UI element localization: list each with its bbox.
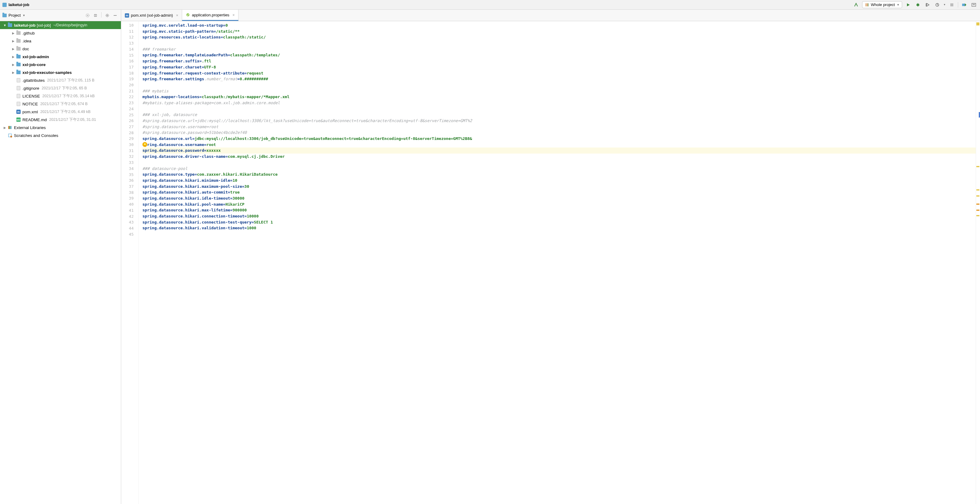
code-line[interactable]: spring.datasource.username=root [142,142,976,148]
code-line[interactable]: spring.mvc.servlet.load-on-startup=0 [142,22,976,29]
code-line[interactable]: spring.datasource.hikari.pool-name=Hikar… [142,202,976,207]
arrow-right-icon[interactable]: ▶ [11,47,16,51]
code-line[interactable]: ### datasource-pool [142,166,976,172]
marker-weak-warning[interactable] [976,204,979,205]
intention-bulb-icon[interactable] [142,142,147,147]
code-line[interactable]: spring.resources.static-locations=classp… [142,34,976,40]
marker-warning[interactable] [976,189,979,191]
marker-warning[interactable] [976,196,979,197]
code-line[interactable]: #spring.datasource.url=jdbc:mysql://loca… [142,118,976,124]
code-line[interactable]: spring.freemarker.templateLoaderPath=cla… [142,52,976,58]
code-line[interactable]: ### freemarker [142,46,976,52]
marker-strip[interactable] [976,21,980,504]
code-line[interactable] [142,82,976,88]
code-line[interactable]: spring.freemarker.charset=UTF-8 [142,64,976,70]
code-line[interactable]: ### xxl-job, datasource [142,112,976,118]
code-line[interactable] [142,40,976,46]
code-line[interactable] [142,160,976,166]
file-icon [17,94,20,98]
project-tree[interactable]: ▼ laiketui-job [xxl-job] ~/Desktop/beiji… [0,21,121,504]
marker-change[interactable] [979,112,980,118]
tree-node-meta: 2021/12/17 下午2:05, 65 B [42,86,87,91]
tree-row[interactable]: ▶doc [0,45,121,53]
tree-row[interactable]: mpom.xml2021/12/17 下午2:05, 4.49 kB [0,108,121,116]
code-line[interactable]: spring.datasource.hikari.validation-time… [142,225,976,231]
external-libraries[interactable]: ▶ External Libraries [0,124,121,132]
tree-row[interactable]: ▶xxl-job-executor-samples [0,68,121,76]
arrow-right-icon[interactable]: ▶ [2,126,7,129]
settings-gear-icon[interactable] [104,12,111,19]
arrow-right-icon[interactable]: ▶ [11,63,16,66]
chevron-down-small-icon[interactable]: ▼ [943,3,946,6]
code-line[interactable]: spring.freemarker.suffix=.ftl [142,58,976,64]
debug-button[interactable] [914,1,921,8]
code-line[interactable]: spring.mvc.static-path-pattern=/static/*… [142,29,976,35]
build-icon[interactable] [853,1,860,8]
code-line[interactable]: spring.datasource.driver-class-name=com.… [142,154,976,160]
tree-row[interactable]: .gitattributes2021/12/17 下午2:05, 115 B [0,76,121,84]
tree-node-label: LICENSE [22,94,40,99]
code-line[interactable]: #spring.datasource.password=51bbec4bcde2… [142,130,976,136]
arrow-right-icon[interactable]: ▶ [11,40,16,43]
marker-warning[interactable] [976,166,979,167]
arrow-right-icon[interactable]: ▶ [11,71,16,74]
scratches-consoles[interactable]: Scratches and Consoles [0,132,121,139]
arrow-down-icon[interactable]: ▼ [2,24,7,27]
tree-row[interactable]: ▶.idea [0,37,121,45]
editor-tab[interactable]: mpom.xml (xxl-job-admin)× [121,10,182,21]
code-line[interactable] [142,106,976,112]
code-line[interactable]: #spring.datasource.username=root [142,124,976,130]
profile-button[interactable] [934,1,941,8]
file-icon [17,86,20,90]
tree-root-branch: [xxl-job] [37,23,51,27]
code-line[interactable]: spring.freemarker.settings.number_format… [142,76,976,82]
arrow-right-icon[interactable]: ▶ [11,32,16,35]
sidebar-title[interactable]: Project ▼ [2,13,84,17]
close-icon[interactable]: × [176,13,178,17]
code-line[interactable]: spring.datasource.hikari.connection-test… [142,219,976,225]
svg-point-12 [10,136,12,138]
tree-row[interactable]: ▶.github [0,29,121,37]
coverage-button[interactable] [924,1,931,8]
search-everywhere-icon[interactable] [970,1,978,8]
code-line[interactable]: spring.datasource.url=jdbc:mysql://local… [142,136,976,142]
code-editor[interactable]: 1011121314151617181920212223242526272829… [121,21,980,504]
code-line[interactable]: spring.datasource.hikari.minimum-idle=10 [142,178,976,184]
run-button[interactable] [905,1,912,8]
tree-row[interactable]: LICENSE2021/12/17 下午2:05, 35.14 kB [0,92,121,100]
code-line[interactable]: spring.datasource.type=com.zaxxer.hikari… [142,172,976,178]
tree-row[interactable]: NOTICE2021/12/17 下午2:05, 674 B [0,100,121,108]
close-icon[interactable]: × [232,13,235,17]
code-line[interactable] [142,231,976,237]
code-line[interactable]: #mybatis.type-aliases-package=com.xxl.jo… [142,100,976,106]
code-line[interactable]: spring.datasource.hikari.auto-commit=tru… [142,189,976,196]
code-line[interactable]: spring.datasource.hikari.maximum-pool-si… [142,184,976,189]
tree-root[interactable]: ▼ laiketui-job [xxl-job] ~/Desktop/beiji… [0,21,121,29]
code-line[interactable]: spring.freemarker.request-context-attrib… [142,70,976,76]
vcs-update-icon[interactable] [961,1,968,8]
editor-tabs: mpom.xml (xxl-job-admin)×application.pro… [121,10,980,21]
code-line[interactable]: spring.datasource.password=xxxxxx [142,148,976,154]
editor-tab[interactable]: application.properties× [182,10,239,21]
marker-warning[interactable] [976,215,979,216]
arrow-right-icon[interactable]: ▶ [11,55,16,59]
code-line[interactable]: spring.datasource.hikari.idle-timeout=30… [142,196,976,202]
code-line[interactable]: spring.datasource.hikari.connection-time… [142,213,976,219]
project-title-text: laiketui-job [8,2,29,7]
tree-row[interactable]: ▶xxl-job-core [0,60,121,68]
warning-indicator-icon[interactable] [976,22,979,25]
tree-row[interactable]: MDREADME.md2021/12/17 下午2:05, 31.01 [0,116,121,124]
code-content[interactable]: spring.mvc.servlet.load-on-startup=0spri… [139,21,976,504]
tree-row[interactable]: .gitignore2021/12/17 下午2:05, 65 B [0,84,121,92]
tree-row[interactable]: ▶xxl-job-admin [0,53,121,60]
code-line[interactable]: mybatis.mapper-locations=classpath:/myba… [142,94,976,100]
marker-weak-warning[interactable] [976,210,979,211]
hide-icon[interactable] [112,12,118,19]
code-line[interactable]: ### mybatis [142,88,976,94]
code-line[interactable]: spring.datasource.hikari.max-lifetime=90… [142,207,976,213]
collapse-all-icon[interactable] [92,12,99,19]
svg-point-0 [917,4,919,6]
locate-icon[interactable] [84,12,91,19]
run-config-selector[interactable]: Whole project ▼ [862,1,902,8]
tab-label: pom.xml (xxl-job-admin) [131,13,173,17]
